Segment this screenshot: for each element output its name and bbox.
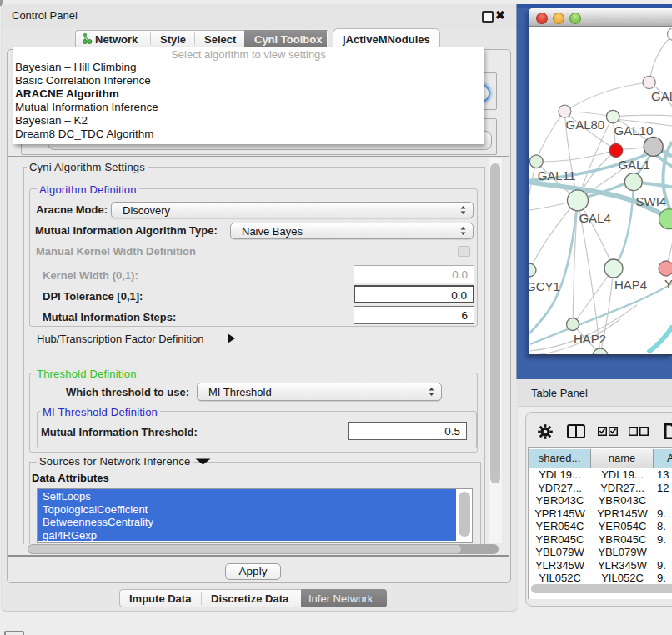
svg-text:Y: Y — [664, 277, 672, 291]
svg-text:HAP4: HAP4 — [614, 278, 647, 292]
svg-text:GAL4: GAL4 — [579, 211, 610, 225]
svg-text:SWI4: SWI4 — [636, 194, 667, 208]
svg-text:GAL1: GAL1 — [618, 158, 649, 172]
svg-text:GAL: GAL — [651, 89, 672, 103]
svg-text:GAL10: GAL10 — [614, 123, 654, 138]
svg-text:HAP2: HAP2 — [574, 332, 606, 346]
svg-text:GAL11: GAL11 — [538, 168, 576, 182]
svg-text:GCY1: GCY1 — [529, 279, 560, 293]
svg-text:GAL80: GAL80 — [566, 118, 605, 132]
